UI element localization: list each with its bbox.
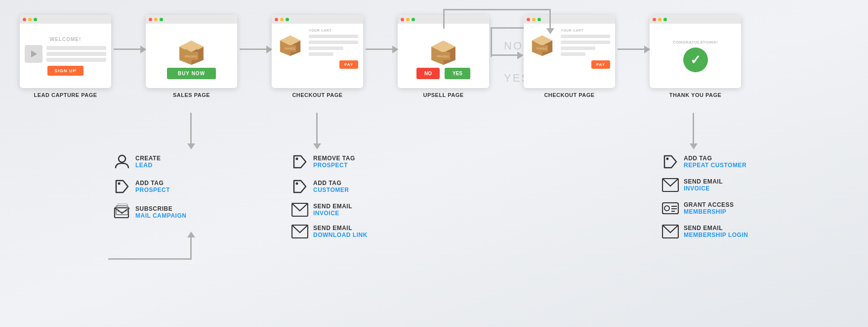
no-path-arrow [546, 28, 554, 34]
thankyou-content: CONGRATULATIONS! ✓ [650, 24, 741, 88]
svg-point-33 [296, 183, 298, 185]
diagram-wrapper: WELCOME! SIGN UP LEAD CAPTURE PAGE [0, 0, 868, 327]
dot-red-6 [653, 18, 656, 21]
svg-point-32 [296, 158, 298, 160]
group1-up-arrow [187, 232, 195, 237]
sales-browser-bar [146, 15, 237, 24]
checkout2-input-1 [561, 35, 610, 38]
tag-icon-3 [291, 178, 308, 195]
remove-tag-text: REMOVE TAG PROSPECT [313, 155, 355, 169]
send-email-value-4: MEMBERSHIP LOGIN [684, 232, 748, 238]
thankyou-browser-bar [650, 15, 741, 24]
dot-green [34, 18, 37, 21]
svg-point-28 [118, 183, 121, 185]
dot-red-4 [401, 18, 404, 21]
checkout1-label: CHECKOUT PAGE [292, 92, 342, 98]
checkout2-input-4 [561, 52, 585, 56]
sales-label: SALES PAGE [173, 92, 210, 98]
upsell-label: UPSELL PAGE [423, 92, 463, 98]
dot-yellow-5 [532, 18, 536, 21]
yes-button[interactable]: YES [445, 68, 470, 79]
add-tag-value-1: PROSPECT [135, 187, 170, 193]
upsell-box-icon: FRAGILE [427, 33, 459, 65]
send-email-value-2: DOWNLOAD LINK [313, 232, 368, 238]
thankyou-down-arrow [690, 143, 698, 149]
dot-red-3 [275, 18, 278, 21]
grant-access-value: MEMBERSHIP [684, 208, 734, 215]
pay-button-2[interactable]: PAY [591, 60, 610, 69]
checkout2-page: FRAGILE YOUR CART PAY CHECKOUT PAGE [524, 15, 615, 98]
dot-yellow-2 [154, 18, 158, 21]
cart-label-2: YOUR CART [561, 29, 610, 32]
sales-box-icon: FRAGILE [175, 33, 207, 65]
checkout1-browser-bar [272, 15, 363, 24]
add-tag-customer-text: ADD TAG CUSTOMER [313, 180, 349, 193]
envelope-icon-3 [662, 178, 679, 192]
input-line-3 [46, 58, 106, 62]
add-tag-value-2: CUSTOMER [313, 187, 349, 193]
envelope-icon-2 [291, 225, 308, 238]
svg-text:FRAGILE: FRAGILE [285, 47, 295, 50]
dot-yellow-3 [280, 18, 284, 21]
send-email-label-2: SEND EMAIL [313, 225, 368, 232]
play-triangle [31, 50, 37, 57]
create-label: CREATE [135, 155, 161, 162]
subscribe-label: SUBSCRIBE [135, 205, 186, 212]
checkout1-input-1 [309, 35, 358, 38]
create-value: LEAD [135, 162, 161, 169]
dot-green-4 [412, 18, 415, 21]
checkout1-down-arrow [313, 143, 321, 149]
lead-content: WELCOME! SIGN UP [20, 24, 111, 88]
grant-access-text: GRANT ACCESS MEMBERSHIP [684, 201, 734, 215]
no-button[interactable]: NO [416, 68, 440, 79]
yes-arrow-start [491, 54, 523, 56]
no-vertical-line [491, 27, 492, 57]
action-group-1: CREATE LEAD ADD TAG PROSPECT [114, 153, 186, 222]
lead-browser-window: WELCOME! SIGN UP [20, 15, 111, 88]
action-add-tag-customer: ADD TAG CUSTOMER [291, 178, 368, 195]
send-email-label-4: SEND EMAIL [684, 225, 748, 232]
cart-label: YOUR CART [309, 29, 358, 32]
checkout2-browser-bar [524, 15, 615, 24]
buy-now-button[interactable]: BUY NOW [167, 68, 216, 79]
subscribe-mail-text: SUBSCRIBE MAIL CAMPAIGN [135, 205, 186, 219]
tag-icon-4 [662, 153, 679, 170]
input-line-1 [46, 46, 106, 50]
add-tag-label-2: ADD TAG [313, 180, 349, 187]
add-tag-label-3: ADD TAG [684, 155, 746, 162]
action-remove-tag: REMOVE TAG PROSPECT [291, 153, 368, 170]
arrow-sales-to-checkout1 [240, 48, 272, 50]
send-email-value-3: INVOICE [684, 185, 723, 192]
thankyou-label: THANK YOU PAGE [669, 92, 722, 98]
checkout2-input-3 [561, 47, 595, 50]
input-line-2 [46, 52, 106, 56]
add-tag-prospect-text: ADD TAG PROSPECT [135, 180, 170, 193]
no-top-line [443, 9, 551, 10]
action-add-tag-repeat: ADD TAG REPEAT CUSTOMER [662, 153, 748, 170]
add-tag-repeat-text: ADD TAG REPEAT CUSTOMER [684, 155, 746, 169]
signup-button[interactable]: SIGN UP [47, 66, 83, 76]
checkout1-down-line [316, 113, 318, 145]
check-circle-icon: ✓ [683, 47, 708, 72]
svg-text:FRAGILE: FRAGILE [537, 47, 547, 50]
action-send-email-invoice-1: SEND EMAIL INVOICE [291, 203, 368, 217]
svg-text:FRAGILE: FRAGILE [185, 55, 197, 58]
send-email-label-1: SEND EMAIL [313, 203, 352, 210]
action-subscribe-mail: SUBSCRIBE MAIL CAMPAIGN [114, 203, 186, 222]
arrow-checkout2-to-thankyou [618, 48, 650, 50]
action-add-tag-prospect: ADD TAG PROSPECT [114, 178, 186, 195]
send-email-invoice-1-text: SEND EMAIL INVOICE [313, 203, 352, 217]
thankyou-browser-window: CONGRATULATIONS! ✓ [650, 15, 741, 88]
svg-text:FRAGILE: FRAGILE [437, 55, 449, 58]
sales-page: FRAGILE BUY NOW SALES PAGE [146, 15, 237, 98]
lead-capture-page: WELCOME! SIGN UP LEAD CAPTURE PAGE [20, 15, 111, 98]
checkout1-input-3 [309, 47, 343, 50]
thankyou-down-line [693, 113, 694, 145]
remove-tag-label: REMOVE TAG [313, 155, 355, 162]
tag-icon-2 [291, 153, 308, 170]
action-group-3: ADD TAG REPEAT CUSTOMER SEND EMAIL INVOI… [662, 153, 748, 238]
subscribe-value: MAIL CAMPAIGN [135, 212, 186, 219]
mail-stack-icon [114, 203, 130, 222]
pay-button-1[interactable]: PAY [339, 60, 358, 69]
dot-red-5 [527, 18, 530, 21]
